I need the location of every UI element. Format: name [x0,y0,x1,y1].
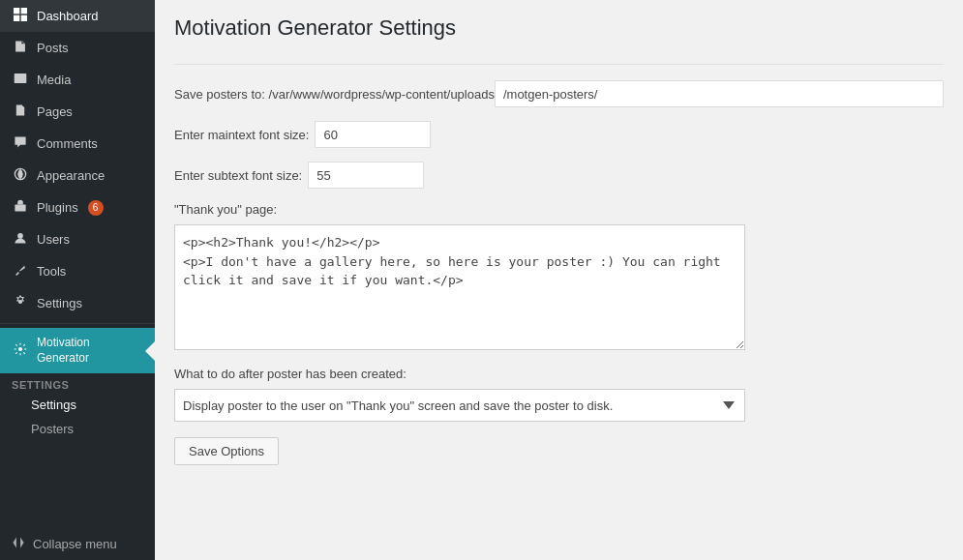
pages-icon [12,103,29,120]
sidebar-item-label: Settings [37,296,82,310]
header-divider [174,64,944,65]
sidebar-item-label: Posts [37,41,69,55]
sidebar-item-label: Pages [37,104,73,119]
sidebar-item-label: Comments [37,136,98,151]
media-icon [12,72,29,88]
maintext-row: Enter maintext font size: [174,121,944,148]
sidebar-item-comments[interactable]: Comments [0,128,155,160]
settings-form: Save posters to: /var/www/wordpress/wp-c… [174,80,944,465]
sidebar-item-posts[interactable]: Posts [0,32,155,64]
save-path-input[interactable] [495,80,944,107]
settings-section-label: Settings [0,373,155,393]
sidebar: Dashboard Posts Media Pages Comments App… [0,0,155,560]
settings-icon [12,295,29,311]
collapse-menu-button[interactable]: Collapse menu [0,528,155,560]
plugins-icon [12,199,29,216]
active-indicator [145,341,155,361]
svg-rect-9 [15,205,25,212]
svg-rect-1 [21,8,27,14]
save-path-label: Save posters to: /var/www/wordpress/wp-c… [174,87,495,102]
save-button-row: Save Options [174,437,944,465]
sidebar-item-label: MotivationGenerator [37,336,90,366]
sidebar-item-plugins[interactable]: Plugins 6 [0,192,155,223]
sidebar-item-motivation-generator[interactable]: MotivationGenerator [0,328,155,373]
appearance-icon [12,167,29,184]
after-poster-section: What to do after poster has been created… [174,367,944,422]
collapse-icon [12,536,25,552]
after-poster-select[interactable]: Display poster to the user on "Thank you… [174,389,745,422]
thank-you-section: "Thank you" page: <p><h2>Thank you!</h2>… [174,202,944,353]
subtext-label: Enter subtext font size: [174,168,302,183]
svg-rect-3 [21,15,27,21]
sidebar-sub-settings[interactable]: Settings [0,393,155,417]
sidebar-item-settings[interactable]: Settings [0,287,155,319]
maintext-label: Enter maintext font size: [174,128,309,142]
sidebar-item-dashboard[interactable]: Dashboard [0,0,155,32]
thank-you-textarea[interactable]: <p><h2>Thank you!</h2></p> <p>I don't ha… [174,224,745,350]
sidebar-divider [0,323,155,324]
motgen-icon [12,342,29,359]
page-title: Motivation Generator Settings [174,15,944,48]
users-icon [12,231,29,248]
sidebar-item-appearance[interactable]: Appearance [0,160,155,192]
svg-rect-2 [14,15,19,21]
sidebar-item-media[interactable]: Media [0,64,155,96]
dashboard-icon [12,8,29,24]
sidebar-item-label: Dashboard [37,9,99,23]
svg-point-10 [17,233,23,239]
posts-icon [12,40,29,56]
maintext-input[interactable] [315,121,431,148]
svg-point-12 [18,347,22,351]
thank-you-label: "Thank you" page: [174,202,944,217]
sidebar-item-label: Media [37,73,71,87]
sidebar-item-label: Users [37,232,70,247]
comments-icon [12,135,29,152]
subtext-input[interactable] [308,162,424,189]
after-poster-label: What to do after poster has been created… [174,367,944,381]
tools-icon [12,263,29,280]
sidebar-item-label: Appearance [37,168,105,183]
save-path-row: Save posters to: /var/www/wordpress/wp-c… [174,80,944,107]
sidebar-sub-posters[interactable]: Posters [0,417,155,441]
save-options-button[interactable]: Save Options [174,437,279,465]
sidebar-item-label: Tools [37,264,66,279]
sidebar-item-label: Plugins [37,200,78,215]
sidebar-item-tools[interactable]: Tools [0,255,155,287]
plugins-badge: 6 [88,200,104,216]
sidebar-item-pages[interactable]: Pages [0,96,155,128]
subtext-row: Enter subtext font size: [174,162,944,189]
collapse-label: Collapse menu [33,537,117,551]
sidebar-item-users[interactable]: Users [0,223,155,255]
main-content: Motivation Generator Settings Save poste… [155,0,963,560]
svg-rect-0 [14,8,19,14]
svg-point-7 [17,76,20,79]
